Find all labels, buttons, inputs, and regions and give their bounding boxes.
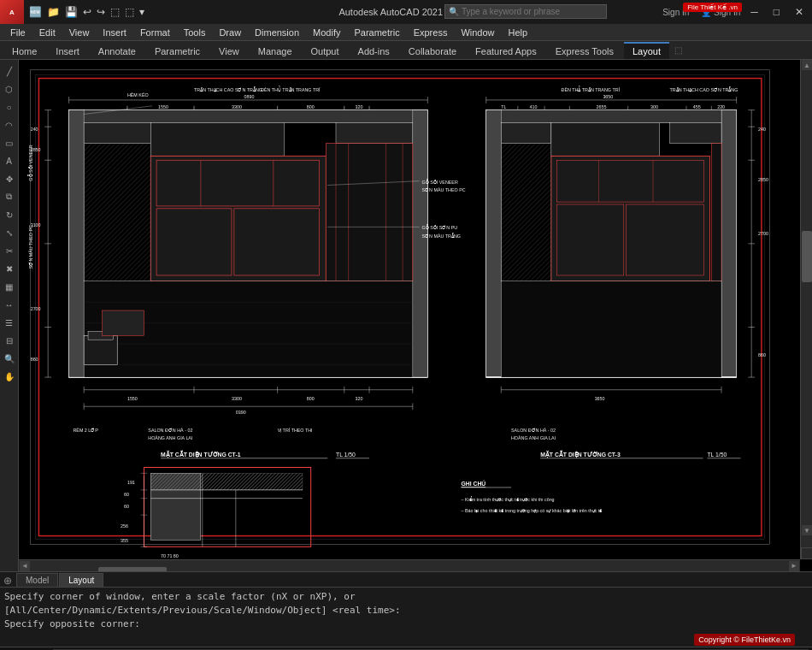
menu-draw[interactable]: Draw bbox=[212, 26, 248, 39]
horizontal-scrollbar[interactable]: ◄ ► bbox=[19, 559, 800, 571]
tool-hatch[interactable]: ▦ bbox=[2, 279, 17, 294]
qa-dropdown[interactable]: ▾ bbox=[138, 4, 146, 20]
vertical-scrollbar[interactable]: ▼ ▲ bbox=[800, 60, 812, 559]
svg-text:HOÀNG ANH GIA LAI: HOÀNG ANH GIA LAI bbox=[148, 435, 192, 440]
tab-output[interactable]: Output bbox=[303, 42, 348, 59]
svg-text:320: 320 bbox=[355, 104, 362, 109]
svg-rect-119 bbox=[670, 122, 722, 143]
scroll-up-icon[interactable]: ▲ bbox=[802, 60, 812, 70]
menu-window[interactable]: Window bbox=[454, 26, 501, 39]
tool-dimension[interactable]: ↔ bbox=[2, 297, 17, 312]
new-layout-icon[interactable]: ⊕ bbox=[3, 575, 12, 587]
menu-tools[interactable]: Tools bbox=[177, 26, 213, 39]
menu-view[interactable]: View bbox=[62, 26, 97, 39]
tab-featured[interactable]: Featured Apps bbox=[467, 42, 545, 59]
svg-text:355: 355 bbox=[121, 538, 128, 543]
tab-express-tools[interactable]: Express Tools bbox=[547, 42, 622, 59]
maximize-button[interactable]: □ bbox=[768, 4, 785, 20]
tool-layers[interactable]: ⊟ bbox=[2, 333, 17, 348]
open-icon[interactable]: 📁 bbox=[45, 4, 62, 20]
tab-manage[interactable]: Manage bbox=[250, 42, 301, 59]
qa-extra2[interactable]: ⬚ bbox=[123, 4, 136, 20]
svg-rect-155 bbox=[150, 473, 303, 490]
command-area: Specify corner of window, enter a scale … bbox=[0, 587, 812, 647]
save-icon[interactable]: 💾 bbox=[63, 4, 79, 20]
menu-edit[interactable]: Edit bbox=[32, 26, 62, 39]
svg-text:GỖ SỒI VENEER: GỖ SỒI VENEER bbox=[422, 179, 458, 185]
tool-trim[interactable]: ✂ bbox=[2, 243, 17, 258]
svg-text:70 71 80: 70 71 80 bbox=[161, 553, 179, 558]
tab-layout[interactable]: Layout bbox=[624, 42, 669, 59]
canvas-area[interactable]: ╱ ⬡ ○ ◠ ▭ A ✥ ⧉ ↻ ⤡ ✂ ✖ ▦ ↔ ☰ ⊟ 🔍 ✋ bbox=[0, 60, 812, 571]
tab-annotate[interactable]: Annotate bbox=[90, 42, 144, 59]
svg-rect-39 bbox=[150, 122, 284, 156]
menu-file[interactable]: File bbox=[3, 26, 32, 39]
svg-text:– Báo lại cho thiết kế trong t: – Báo lại cho thiết kế trong trường hợp … bbox=[461, 508, 603, 513]
app-logo: A bbox=[0, 0, 24, 24]
svg-text:GHI CHÚ: GHI CHÚ bbox=[461, 480, 485, 487]
svg-text:2700: 2700 bbox=[31, 306, 41, 311]
tab-insert[interactable]: Insert bbox=[47, 42, 88, 59]
scroll-corner bbox=[801, 547, 812, 559]
layout-tabs: ⊕ Model Layout bbox=[0, 571, 812, 587]
svg-rect-34 bbox=[69, 110, 85, 377]
tab-home[interactable]: Home bbox=[3, 42, 45, 59]
svg-text:455: 455 bbox=[693, 104, 701, 109]
menu-dimension[interactable]: Dimension bbox=[248, 26, 306, 39]
svg-text:0390: 0390 bbox=[236, 410, 246, 415]
watermark: Copyright © FileThietKe.vn bbox=[694, 634, 795, 646]
tool-circle[interactable]: ○ bbox=[2, 99, 17, 115]
tab-parametric[interactable]: Parametric bbox=[146, 42, 209, 59]
tab-view[interactable]: View bbox=[210, 42, 248, 59]
new-icon[interactable]: 🆕 bbox=[27, 4, 44, 20]
qa-extra1[interactable]: ⬚ bbox=[109, 4, 121, 20]
vertical-scroll-thumb[interactable] bbox=[802, 231, 812, 282]
search-input[interactable] bbox=[462, 7, 603, 16]
svg-rect-38 bbox=[84, 122, 150, 143]
tool-zoom[interactable]: 🔍 bbox=[2, 351, 17, 366]
svg-text:– Kiểm tra tính thước thực tế : – Kiểm tra tính thước thực tế trước khi … bbox=[461, 496, 554, 502]
search-box[interactable]: 🔍 bbox=[444, 4, 607, 19]
svg-text:HÈM KÉO: HÈM KÉO bbox=[127, 92, 149, 98]
tool-erase[interactable]: ✖ bbox=[2, 261, 17, 276]
scroll-down-icon[interactable]: ▼ bbox=[802, 525, 812, 535]
svg-text:2655: 2655 bbox=[597, 104, 607, 109]
tool-pan[interactable]: ✋ bbox=[2, 369, 17, 384]
tool-rect[interactable]: ▭ bbox=[2, 135, 17, 151]
tool-scale[interactable]: ⤡ bbox=[2, 225, 17, 240]
tab-addins[interactable]: Add-ins bbox=[350, 42, 398, 59]
layout-tab-layout[interactable]: Layout bbox=[59, 573, 103, 587]
svg-rect-129 bbox=[501, 281, 721, 377]
menu-insert[interactable]: Insert bbox=[96, 26, 133, 39]
redo-icon[interactable]: ↪ bbox=[95, 4, 107, 20]
menu-parametric[interactable]: Parametric bbox=[347, 26, 406, 39]
tool-polyline[interactable]: ⬡ bbox=[2, 81, 17, 97]
tool-text[interactable]: A bbox=[2, 153, 17, 168]
svg-text:GỖ SỒI VENEER: GỖ SỒI VENEER bbox=[27, 145, 33, 180]
tool-rotate[interactable]: ↻ bbox=[2, 207, 17, 222]
tool-arc[interactable]: ◠ bbox=[2, 117, 17, 133]
tool-copy[interactable]: ⧉ bbox=[2, 189, 17, 204]
tab-more[interactable]: ⬚ bbox=[674, 45, 682, 55]
scroll-left-icon[interactable]: ◄ bbox=[20, 561, 30, 571]
svg-text:ĐÈN THỦ TRẦN TRANG TRÍ: ĐÈN THỦ TRẦN TRANG TRÍ bbox=[261, 86, 321, 92]
menu-help[interactable]: Help bbox=[502, 26, 535, 39]
svg-text:SALON ĐƠN HÀ - 02: SALON ĐƠN HÀ - 02 bbox=[511, 428, 556, 433]
close-button[interactable]: ✕ bbox=[790, 4, 809, 20]
horizontal-scroll-thumb[interactable] bbox=[98, 567, 167, 572]
svg-text:860: 860 bbox=[31, 357, 38, 362]
menu-format[interactable]: Format bbox=[133, 26, 177, 39]
command-line-2: [All/Center/Dynamic/Extents/Previous/Sca… bbox=[4, 604, 808, 618]
tab-collaborate[interactable]: Collaborate bbox=[400, 42, 465, 59]
tool-line[interactable]: ╱ bbox=[2, 63, 17, 79]
menu-express[interactable]: Express bbox=[407, 26, 455, 39]
scroll-right-icon[interactable]: ► bbox=[789, 561, 799, 571]
undo-icon[interactable]: ↩ bbox=[81, 4, 93, 20]
ribbon-tabs: Home Insert Annotate Parametric View Man… bbox=[0, 41, 812, 60]
tool-properties[interactable]: ☰ bbox=[2, 315, 17, 330]
layout-tab-model[interactable]: Model bbox=[16, 573, 58, 587]
menu-modify[interactable]: Modify bbox=[306, 26, 347, 39]
svg-text:800: 800 bbox=[307, 396, 315, 401]
minimize-button[interactable]: ─ bbox=[745, 4, 763, 20]
tool-move[interactable]: ✥ bbox=[2, 171, 17, 186]
